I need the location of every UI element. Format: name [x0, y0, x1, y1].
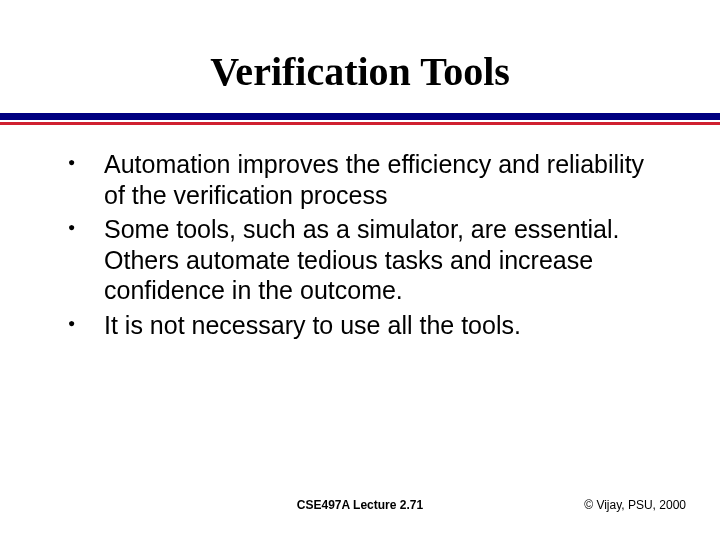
list-item: Automation improves the efficiency and r… [68, 149, 668, 210]
footer-center-text: CSE497A Lecture 2.71 [297, 498, 423, 512]
slide-container: Verification Tools Automation improves t… [0, 0, 720, 540]
divider-navy [0, 113, 720, 120]
slide-title: Verification Tools [0, 0, 720, 113]
list-item: Some tools, such as a simulator, are ess… [68, 214, 668, 306]
list-item: It is not necessary to use all the tools… [68, 310, 668, 341]
footer-copyright: © Vijay, PSU, 2000 [584, 498, 686, 512]
bullet-list: Automation improves the efficiency and r… [68, 149, 668, 340]
slide-content: Automation improves the efficiency and r… [0, 125, 720, 340]
title-divider [0, 113, 720, 125]
